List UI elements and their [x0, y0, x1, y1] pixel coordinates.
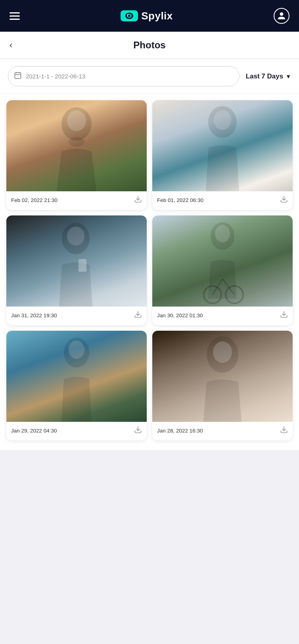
photo-date: Jan 31, 2022 19:30: [11, 312, 57, 318]
page-header: ‹ Photos: [0, 32, 299, 59]
download-icon[interactable]: [134, 195, 142, 205]
svg-point-14: [214, 110, 231, 130]
photo-date: Jan 29, 2022 04:30: [11, 428, 57, 434]
chevron-down-icon: ▼: [286, 73, 291, 80]
days-filter-dropdown[interactable]: Last 7 Days ▼: [246, 72, 291, 80]
photo-card[interactable]: Jan 30, 2022 01:30: [152, 215, 293, 325]
download-icon[interactable]: [134, 426, 142, 436]
svg-point-10: [67, 111, 86, 131]
back-button[interactable]: ‹: [10, 40, 12, 50]
photo-date: Jan 28, 2022 16:30: [157, 428, 203, 434]
menu-icon[interactable]: [10, 12, 20, 20]
download-icon[interactable]: [280, 195, 288, 205]
download-icon[interactable]: [280, 311, 288, 320]
logo-text: Spylix: [141, 10, 173, 22]
svg-point-21: [215, 225, 230, 242]
svg-point-4: [127, 14, 128, 15]
date-range-picker[interactable]: 2021-1-1 - 2022-06-13: [8, 66, 240, 86]
photos-section: Feb 02, 2022 21:30 Feb 01, 2022 06:30 Ja…: [0, 94, 299, 450]
logo-icon: [121, 10, 138, 21]
photo-card[interactable]: Feb 02, 2022 21:30: [6, 100, 147, 210]
page-title: Photos: [10, 40, 289, 51]
svg-rect-18: [79, 259, 86, 272]
svg-point-3: [128, 15, 130, 17]
photos-grid: Feb 02, 2022 21:30 Feb 01, 2022 06:30 Ja…: [6, 100, 293, 440]
logo: Spylix: [121, 10, 173, 22]
download-icon[interactable]: [134, 311, 142, 320]
date-range-text: 2021-1-1 - 2022-06-13: [26, 73, 85, 80]
app-header: Spylix: [0, 0, 299, 32]
profile-button[interactable]: [274, 8, 289, 24]
photo-date: Feb 01, 2022 06:30: [157, 197, 203, 203]
svg-point-28: [69, 341, 84, 359]
svg-rect-5: [15, 72, 21, 78]
svg-point-17: [67, 227, 84, 246]
days-filter-label: Last 7 Days: [246, 72, 284, 80]
photo-date: Jan 30, 2022 01:30: [157, 312, 203, 318]
photo-card[interactable]: Jan 31, 2022 19:30: [6, 215, 147, 325]
svg-point-31: [213, 341, 232, 363]
filter-row: 2021-1-1 - 2022-06-13 Last 7 Days ▼: [0, 59, 299, 94]
calendar-icon: [14, 71, 22, 81]
photo-card[interactable]: Feb 01, 2022 06:30: [152, 100, 293, 210]
download-icon[interactable]: [280, 426, 288, 436]
photo-date: Feb 02, 2022 21:30: [11, 197, 58, 203]
svg-point-11: [69, 137, 84, 147]
photo-card[interactable]: Jan 28, 2022 16:30: [152, 331, 293, 440]
photo-card[interactable]: Jan 29, 2022 04:30: [6, 331, 147, 440]
profile-icon: [277, 11, 286, 20]
